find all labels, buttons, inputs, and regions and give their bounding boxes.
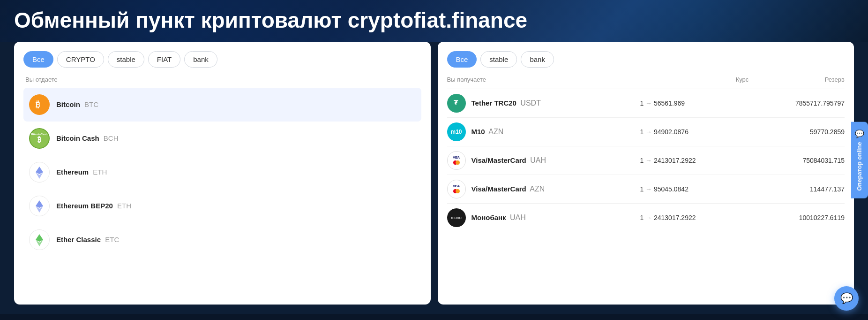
exchange-icon-visa-mc-azn: VISA	[447, 180, 466, 198]
currency-icon-btc: ₿	[29, 94, 50, 115]
currency-item-eth-bep20[interactable]: Ethereum BEP20 ETH	[23, 189, 421, 223]
exchange-reserve-cell-tether-trc20: 7855717.795797	[748, 89, 845, 117]
exchange-name-tether-trc20: Tether TRC20 USDT	[471, 99, 541, 107]
currency-item-bch[interactable]: BitcoinCash₿Bitcoin Cash BCH	[23, 122, 421, 155]
exchange-row-m10[interactable]: m10M10 AZN1 → 94902.087659770.2859	[447, 117, 845, 146]
currency-list: ₿Bitcoin BTCBitcoinCash₿Bitcoin Cash BCH…	[23, 88, 421, 257]
left-section-label: Вы отдаете	[23, 76, 421, 83]
currency-icon-bch: BitcoinCash₿	[29, 128, 50, 149]
exchange-currency-cell-monobank-uah: monoМонобанк UAH	[447, 203, 640, 232]
operator-sidebar[interactable]: Оператор online 💬	[851, 122, 868, 198]
currency-name-eth: Ethereum ETH	[56, 168, 107, 176]
left-filter-tab-crypto[interactable]: CRYPTO	[57, 51, 104, 68]
currency-icon-etc	[29, 229, 50, 250]
exchange-rate-cell-monobank-uah: 1 → 2413017.2922	[640, 203, 748, 232]
exchange-name-visa-mc-uah: Visa/MasterCard UAH	[471, 156, 546, 165]
currency-ticker-btc: BTC	[82, 100, 98, 108]
main-content: ВсеCRYPTOstableFIATbank Вы отдаете ₿Bitc…	[0, 42, 868, 314]
currency-name-btc: Bitcoin BTC	[56, 100, 98, 108]
exchange-row-visa-mc-azn[interactable]: VISA Visa/MasterCard AZN1 → 95045.084211…	[447, 175, 845, 203]
exchange-tbody: ₮Tether TRC20 USDT1 → 56561.9697855717.7…	[447, 89, 845, 232]
exchange-rate-cell-tether-trc20: 1 → 56561.969	[640, 89, 748, 117]
exchange-name-m10: M10 AZN	[471, 128, 504, 136]
currency-icon-eth	[29, 162, 50, 183]
currency-name-bch: Bitcoin Cash BCH	[56, 134, 119, 142]
exchange-reserve-cell-visa-mc-azn: 114477.137	[748, 175, 845, 203]
exchange-icon-visa-mc-uah: VISA	[447, 151, 466, 170]
right-panel: Всеstablebank Вы получаете Курс Резерв ₮…	[438, 42, 854, 305]
left-filter-tab-bank[interactable]: bank	[184, 51, 217, 68]
currency-item-etc[interactable]: Ether Classic ETC	[23, 223, 421, 257]
right-filter-tab-all[interactable]: Все	[447, 51, 477, 68]
exchange-currency-cell-visa-mc-uah: VISA Visa/MasterCard UAH	[447, 146, 640, 175]
operator-label: Оператор online	[856, 142, 863, 190]
exchange-currency-cell-visa-mc-azn: VISA Visa/MasterCard AZN	[447, 175, 640, 203]
page-title: Обменный пункт криптовалют cryptofiat.fi…	[14, 8, 854, 32]
left-filter-tab-all[interactable]: Все	[23, 51, 53, 68]
right-filter-tab-stable[interactable]: stable	[480, 51, 517, 68]
currency-name-etc: Ether Classic ETC	[56, 236, 119, 244]
left-filter-tab-fiat[interactable]: FIAT	[148, 51, 180, 68]
currency-icon-eth-bep20	[29, 196, 50, 216]
currency-ticker-eth: ETH	[91, 168, 107, 176]
exchange-table: Вы получаете Курс Резерв ₮Tether TRC20 U…	[447, 76, 845, 232]
svg-marker-3	[36, 200, 43, 208]
exchange-icon-m10: m10	[447, 122, 466, 141]
left-filter-tab-stable[interactable]: stable	[108, 51, 144, 68]
currency-ticker-etc: ETC	[103, 236, 119, 244]
left-filter-tabs: ВсеCRYPTOstableFIATbank	[23, 51, 421, 68]
svg-text:₮: ₮	[454, 99, 458, 107]
left-panel: ВсеCRYPTOstableFIATbank Вы отдаете ₿Bitc…	[14, 42, 431, 305]
exchange-currency-cell-tether-trc20: ₮Tether TRC20 USDT	[447, 89, 640, 117]
exchange-name-monobank-uah: Монобанк UAH	[471, 213, 526, 222]
exchange-reserve-cell-visa-mc-uah: 75084031.715	[748, 146, 845, 175]
exchange-row-monobank-uah[interactable]: monoМонобанк UAH1 → 2413017.292210010227…	[447, 203, 845, 232]
currency-ticker-eth-bep20: ETH	[115, 202, 131, 210]
exchange-row-tether-trc20[interactable]: ₮Tether TRC20 USDT1 → 56561.9697855717.7…	[447, 89, 845, 117]
currency-ticker-bch: BCH	[102, 134, 119, 142]
col-reserve: Резерв	[748, 76, 845, 89]
exchange-rate-cell-visa-mc-uah: 1 → 2413017.2922	[640, 146, 748, 175]
svg-marker-5	[36, 234, 43, 242]
right-filter-tab-bank[interactable]: bank	[521, 51, 554, 68]
exchange-icon-monobank-uah: mono	[447, 208, 466, 227]
exchange-rate-cell-visa-mc-azn: 1 → 95045.0842	[640, 175, 748, 203]
chat-icon: 💬	[840, 292, 853, 305]
svg-marker-1	[36, 167, 43, 174]
exchange-currency-cell-m10: m10M10 AZN	[447, 117, 640, 146]
chat-bubble-button[interactable]: 💬	[834, 286, 859, 311]
right-filter-tabs: Всеstablebank	[447, 51, 845, 68]
exchange-reserve-cell-monobank-uah: 10010227.6119	[748, 203, 845, 232]
col-receive: Вы получаете	[447, 76, 640, 89]
exchange-row-visa-mc-uah[interactable]: VISA Visa/MasterCard UAH1 → 2413017.2922…	[447, 146, 845, 175]
exchange-reserve-cell-m10: 59770.2859	[748, 117, 845, 146]
operator-chat-icon: 💬	[855, 129, 864, 138]
svg-text:₿: ₿	[36, 100, 40, 109]
exchange-icon-tether-trc20: ₮	[447, 94, 466, 113]
currency-item-eth[interactable]: Ethereum ETH	[23, 155, 421, 189]
currency-item-btc[interactable]: ₿Bitcoin BTC	[23, 88, 421, 122]
exchange-name-visa-mc-azn: Visa/MasterCard AZN	[471, 185, 545, 193]
exchange-rate-cell-m10: 1 → 94902.0876	[640, 117, 748, 146]
header: Обменный пункт криптовалют cryptofiat.fi…	[0, 0, 868, 42]
col-rate: Курс	[640, 76, 748, 89]
currency-name-eth-bep20: Ethereum BEP20 ETH	[56, 202, 131, 210]
